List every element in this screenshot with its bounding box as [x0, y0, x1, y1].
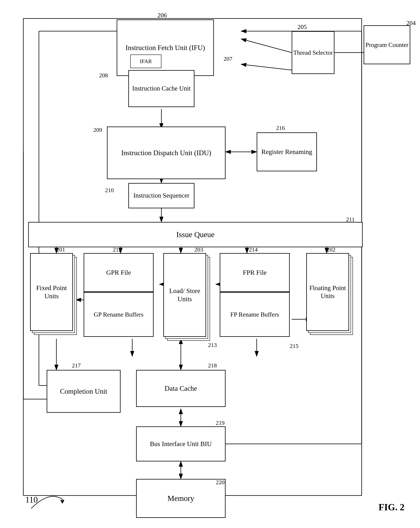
- ref-208: 208: [99, 72, 108, 79]
- ifu-label: Instruction Fetch Unit (IFU): [126, 43, 205, 52]
- ref-215: 215: [290, 343, 298, 349]
- thread-selector-label: Thread Selector: [293, 49, 333, 57]
- data-cache-label: Data Cache: [165, 384, 197, 393]
- iseq-box: Instruction Sequencer: [128, 183, 194, 208]
- memory-label: Memory: [167, 493, 194, 503]
- ref-214: 214: [249, 246, 258, 253]
- fig-label: FIG. 2: [379, 502, 404, 512]
- ref-213: 213: [208, 342, 217, 348]
- ref-209: 209: [93, 127, 102, 133]
- ref-206: 206: [158, 12, 167, 19]
- gp-rename-label: GP Rename Buffers: [94, 311, 144, 318]
- ref-217: 217: [72, 362, 81, 369]
- ref-212: 212: [113, 246, 122, 253]
- gpr-file-label: GPR File: [106, 268, 131, 277]
- idu-label: Instruction Dispatch Unit (IDU): [121, 149, 211, 157]
- ref-203: 203: [194, 246, 203, 253]
- idu-box: Instruction Dispatch Unit (IDU): [107, 127, 226, 179]
- issue-queue-box: Issue Queue: [28, 222, 363, 247]
- curved-arrow-110: [19, 477, 70, 516]
- reg-renaming-box: Register Renaming: [257, 132, 317, 171]
- ref-202: 202: [327, 246, 335, 253]
- ref-207: 207: [224, 56, 232, 62]
- completion-unit-label: Completion Unit: [60, 387, 107, 396]
- biu-box: Bus Interface Unit BIU: [136, 426, 226, 461]
- ref-216: 216: [276, 125, 285, 131]
- ref-218: 218: [208, 362, 217, 369]
- floating-point-box: Floating Point Units: [306, 253, 349, 331]
- ref-220: 220: [216, 479, 225, 486]
- ifar-label: IFAR: [140, 58, 152, 65]
- program-counter-box: Program Counter: [363, 25, 410, 64]
- data-cache-box: Data Cache: [136, 370, 226, 407]
- memory-box: Memory: [136, 479, 226, 518]
- ref-204: 204: [406, 19, 416, 27]
- iseq-label: Instruction Sequencer: [133, 192, 190, 200]
- ifar-box: IFAR: [130, 55, 161, 68]
- svg-line-3: [241, 64, 292, 70]
- program-counter-label: Program Counter: [365, 41, 408, 49]
- ref-211: 211: [346, 216, 355, 223]
- fixed-point-box: Fixed Point Units: [30, 253, 73, 331]
- thread-selector-box: Thread Selector: [292, 31, 334, 74]
- issue-queue-label: Issue Queue: [176, 230, 215, 240]
- fp-rename-box: FP Rename Buffers: [220, 292, 290, 337]
- fp-rename-label: FP Rename Buffers: [230, 311, 279, 318]
- diagram: Program Counter 204 Thread Selector 205 …: [0, 0, 420, 528]
- biu-label: Bus Interface Unit BIU: [150, 440, 212, 448]
- completion-unit-box: Completion Unit: [47, 370, 121, 413]
- ref-219: 219: [216, 420, 225, 426]
- fixed-point-label: Fixed Point Units: [31, 284, 72, 300]
- svg-line-2: [241, 39, 292, 53]
- icu-box: Instruction Cache Unit: [128, 70, 194, 107]
- reg-renaming-label: Register Renaming: [261, 148, 312, 156]
- load-store-box: Load/ Store Units: [163, 253, 206, 337]
- gpr-file-box: GPR File: [84, 253, 154, 292]
- icu-label: Instruction Cache Unit: [132, 84, 191, 93]
- ref-205: 205: [297, 23, 307, 31]
- ref-201: 201: [57, 246, 65, 253]
- fpr-file-label: FPR File: [243, 268, 267, 277]
- ref-210: 210: [105, 187, 114, 193]
- fpr-file-box: FPR File: [220, 253, 290, 292]
- floating-point-label: Floating Point Units: [307, 284, 348, 300]
- load-store-label: Load/ Store Units: [164, 287, 205, 303]
- gp-rename-box: GP Rename Buffers: [84, 292, 154, 337]
